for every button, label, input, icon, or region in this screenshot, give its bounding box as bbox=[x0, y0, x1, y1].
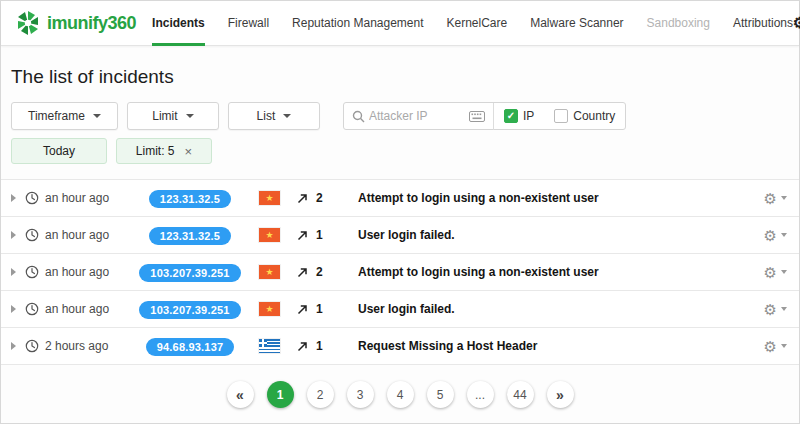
incident-time: an hour ago bbox=[45, 302, 129, 316]
ip-checkbox[interactable]: ✓ IP bbox=[494, 109, 544, 123]
country-flag-icon bbox=[259, 191, 280, 205]
expand-caret-icon[interactable] bbox=[11, 231, 16, 239]
pagination: « 1 2 3 4 5 ... 44 » bbox=[1, 381, 799, 408]
row-actions-menu[interactable]: ⚙ bbox=[764, 302, 787, 317]
nav-item-firewall[interactable]: Firewall bbox=[228, 1, 269, 46]
country-flag-icon bbox=[259, 228, 280, 242]
pagination-page-5[interactable]: 5 bbox=[427, 381, 454, 408]
nav-item-malware-scanner[interactable]: Malware Scanner bbox=[530, 1, 623, 46]
expand-caret-icon[interactable] bbox=[11, 268, 16, 276]
occurrences-arrow-icon bbox=[296, 192, 309, 205]
occurrences-arrow-icon bbox=[296, 229, 309, 242]
limit-label: Limit bbox=[152, 109, 177, 123]
attacker-ip-badge[interactable]: 103.207.39.251 bbox=[139, 301, 240, 319]
occurrences-arrow-icon bbox=[296, 303, 309, 316]
gear-icon[interactable]: ⚙ bbox=[764, 302, 777, 317]
chip-today[interactable]: Today bbox=[11, 138, 107, 164]
chevron-down-icon bbox=[186, 114, 194, 118]
gear-icon[interactable]: ⚙ bbox=[764, 265, 777, 280]
clock-icon bbox=[25, 191, 39, 205]
attacker-ip-badge[interactable]: 103.207.39.251 bbox=[139, 264, 240, 282]
chevron-down-icon bbox=[283, 114, 291, 118]
table-row: an hour ago 103.207.39.251 2 Attempt to … bbox=[1, 254, 799, 291]
app-window: imunify360 Incidents Firewall Reputation… bbox=[0, 0, 800, 424]
timeframe-dropdown[interactable]: Timeframe bbox=[11, 102, 118, 130]
checkbox-checked-icon: ✓ bbox=[504, 109, 518, 123]
gear-icon[interactable]: ⚙ bbox=[764, 228, 777, 243]
incident-description: User login failed. bbox=[358, 302, 764, 316]
clock-icon bbox=[25, 302, 39, 316]
incident-description: Attempt to login using a non-existent us… bbox=[358, 191, 764, 205]
timeframe-label: Timeframe bbox=[28, 109, 85, 123]
list-label: List bbox=[257, 109, 276, 123]
imunify-logo-icon bbox=[15, 10, 41, 36]
pagination-page-1[interactable]: 1 bbox=[267, 381, 294, 408]
close-icon[interactable]: × bbox=[185, 145, 193, 158]
table-row: an hour ago 123.31.32.5 1 User login fai… bbox=[1, 217, 799, 254]
main-nav: Incidents Firewall Reputation Management… bbox=[152, 1, 793, 46]
chevron-down-icon bbox=[781, 307, 787, 311]
row-actions-menu[interactable]: ⚙ bbox=[764, 191, 787, 206]
pagination-next[interactable]: » bbox=[547, 381, 574, 408]
settings-button[interactable]: ⚙ Settings bbox=[793, 14, 800, 32]
chevron-down-icon bbox=[781, 270, 787, 274]
occurrences-arrow-icon bbox=[296, 340, 309, 353]
limit-dropdown[interactable]: Limit bbox=[127, 102, 219, 130]
row-actions-menu[interactable]: ⚙ bbox=[764, 265, 787, 280]
filter-bar: Timeframe Limit List ✓ IP bbox=[1, 102, 799, 130]
clock-icon bbox=[25, 265, 39, 279]
expand-caret-icon[interactable] bbox=[11, 194, 16, 202]
attacker-ip-badge[interactable]: 94.68.93.137 bbox=[146, 338, 235, 356]
incident-time: 2 hours ago bbox=[45, 339, 129, 353]
chevron-down-icon bbox=[781, 344, 787, 348]
chip-limit[interactable]: Limit: 5 × bbox=[116, 138, 212, 164]
clock-icon bbox=[25, 339, 39, 353]
pagination-page-44[interactable]: 44 bbox=[507, 381, 534, 408]
pagination-ellipsis[interactable]: ... bbox=[467, 381, 494, 408]
keyboard-icon[interactable] bbox=[469, 111, 485, 122]
table-row: 2 hours ago 94.68.93.137 1 Request Missi… bbox=[1, 328, 799, 365]
occurrences-count: 2 bbox=[316, 191, 332, 205]
list-dropdown[interactable]: List bbox=[228, 102, 320, 130]
active-filter-chips: Today Limit: 5 × bbox=[1, 138, 799, 164]
chevron-down-icon bbox=[93, 114, 101, 118]
row-actions-menu[interactable]: ⚙ bbox=[764, 228, 787, 243]
occurrences-count: 1 bbox=[316, 339, 332, 353]
pagination-prev[interactable]: « bbox=[227, 381, 254, 408]
table-row: an hour ago 123.31.32.5 2 Attempt to log… bbox=[1, 180, 799, 217]
expand-caret-icon[interactable] bbox=[11, 305, 16, 313]
country-flag-icon bbox=[259, 302, 280, 316]
attacker-ip-input[interactable] bbox=[369, 109, 467, 123]
nav-item-incidents[interactable]: Incidents bbox=[152, 1, 205, 46]
incident-description: User login failed. bbox=[358, 228, 764, 242]
ip-checkbox-label: IP bbox=[523, 109, 534, 123]
nav-item-sandboxing[interactable]: Sandboxing bbox=[647, 1, 710, 46]
chip-today-label: Today bbox=[43, 144, 75, 158]
gear-icon[interactable]: ⚙ bbox=[764, 339, 777, 354]
pagination-page-4[interactable]: 4 bbox=[387, 381, 414, 408]
attacker-ip-badge[interactable]: 123.31.32.5 bbox=[149, 190, 231, 208]
attacker-ip-badge[interactable]: 123.31.32.5 bbox=[149, 227, 231, 245]
row-actions-menu[interactable]: ⚙ bbox=[764, 339, 787, 354]
gear-icon[interactable]: ⚙ bbox=[764, 191, 777, 206]
incident-time: an hour ago bbox=[45, 265, 129, 279]
nav-item-kernelcare[interactable]: KernelCare bbox=[447, 1, 508, 46]
nav-item-attributions[interactable]: Attributions bbox=[733, 1, 793, 46]
nav-item-reputation-management[interactable]: Reputation Management bbox=[292, 1, 423, 46]
expand-caret-icon[interactable] bbox=[11, 342, 16, 350]
incident-time: an hour ago bbox=[45, 191, 129, 205]
attacker-search-group: ✓ IP Country bbox=[343, 102, 626, 130]
pagination-page-2[interactable]: 2 bbox=[307, 381, 334, 408]
occurrences-arrow-icon bbox=[296, 266, 309, 279]
occurrences-count: 2 bbox=[316, 265, 332, 279]
chevron-down-icon bbox=[781, 233, 787, 237]
incident-time: an hour ago bbox=[45, 228, 129, 242]
pagination-page-3[interactable]: 3 bbox=[347, 381, 374, 408]
incident-description: Request Missing a Host Header bbox=[358, 339, 764, 353]
occurrences-count: 1 bbox=[316, 302, 332, 316]
brand-logo[interactable]: imunify360 bbox=[15, 10, 136, 36]
brand-name: imunify360 bbox=[47, 13, 136, 34]
country-flag-icon bbox=[259, 339, 280, 353]
incident-description: Attempt to login using a non-existent us… bbox=[358, 265, 764, 279]
country-checkbox[interactable]: Country bbox=[544, 109, 625, 123]
